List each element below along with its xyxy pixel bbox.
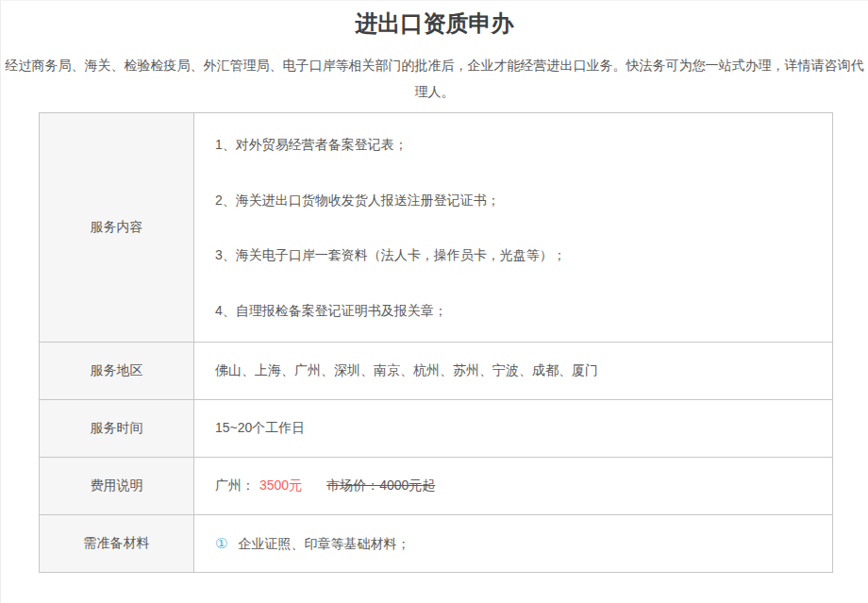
service-content-list: 1、对外贸易经营者备案登记表； 2、海关进出口货物收发货人报送注册登记证书； 3… (194, 113, 832, 342)
row-label-fee: 费用说明 (40, 458, 194, 515)
row-label-service-content: 服务内容 (40, 113, 194, 343)
fee-price-value: 3500元 (259, 477, 302, 493)
service-content-item-2: 2、海关进出口货物收发货人报送注册登记证书； (215, 193, 832, 208)
page-title: 进出口资质申办 (1, 9, 868, 38)
service-content-item-3: 3、海关电子口岸一套资料（法人卡，操作员卡，光盘等）； (215, 247, 832, 262)
table-row-fee: 费用说明 广州：3500元市场价：4000元起 (40, 458, 833, 515)
row-content-service-content: 1、对外贸易经营者备案登记表； 2、海关进出口货物收发货人报送注册登记证书； 3… (194, 113, 833, 343)
service-info-table: 服务内容 1、对外贸易经营者备案登记表； 2、海关进出口货物收发货人报送注册登记… (39, 112, 833, 573)
materials-text: 企业证照、印章等基础材料； (238, 536, 409, 551)
table-row-service-area: 服务地区 佛山、上海、广州、深圳、南京、杭州、苏州、宁波、成都、厦门 (40, 343, 833, 400)
row-content-service-time: 15~20个工作日 (194, 400, 833, 458)
fee-market-price: 市场价：4000元起 (326, 477, 435, 493)
row-label-service-area: 服务地区 (40, 343, 194, 400)
service-content-item-4: 4、自理报检备案登记证明书及报关章； (215, 303, 832, 318)
row-content-service-area: 佛山、上海、广州、深圳、南京、杭州、苏州、宁波、成都、厦门 (194, 343, 833, 400)
table-row-service-content: 服务内容 1、对外贸易经营者备案登记表； 2、海关进出口货物收发货人报送注册登记… (40, 113, 833, 343)
service-content-item-1: 1、对外贸易经营者备案登记表； (215, 137, 832, 152)
row-content-materials: ①企业证照、印章等基础材料； (194, 515, 833, 573)
table-row-materials: 需准备材料 ①企业证照、印章等基础材料； (40, 515, 833, 573)
page: 进出口资质申办 经过商务局、海关、检验检疫局、外汇管理局、电子口岸等相关部门的批… (0, 0, 868, 603)
row-content-fee: 广州：3500元市场价：4000元起 (194, 458, 833, 515)
row-label-materials: 需准备材料 (40, 515, 194, 573)
table-row-service-time: 服务时间 15~20个工作日 (40, 400, 833, 458)
page-description: 经过商务局、海关、检验检疫局、外汇管理局、电子口岸等相关部门的批准后，企业才能经… (3, 52, 866, 105)
circled-one-icon: ① (215, 535, 227, 551)
fee-city-label: 广州： (215, 477, 255, 493)
row-label-service-time: 服务时间 (40, 400, 194, 458)
